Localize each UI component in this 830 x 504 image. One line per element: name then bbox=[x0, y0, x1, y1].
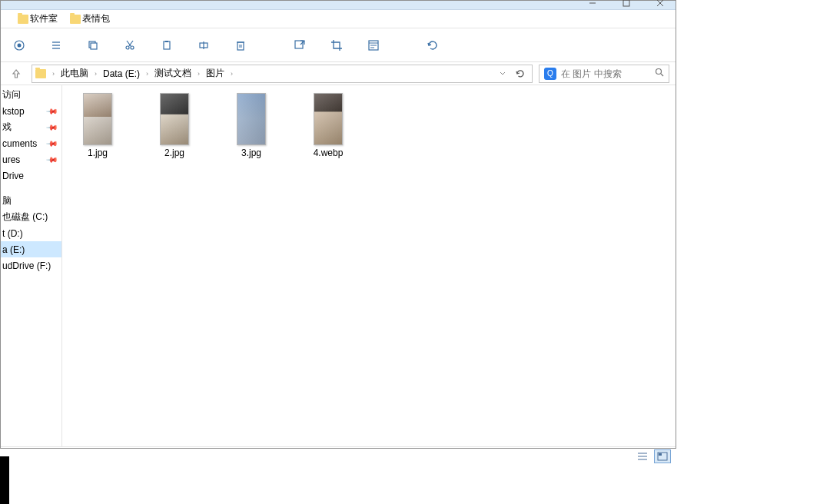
file-explorer-window: 软件室 表情包 bbox=[0, 0, 676, 449]
sidebar-item[interactable]: t (D:) bbox=[1, 225, 61, 241]
chevron-right-icon[interactable]: › bbox=[229, 70, 234, 78]
svg-rect-15 bbox=[164, 41, 170, 49]
pin-icon: 📌 bbox=[46, 104, 58, 117]
sidebar-item[interactable]: 也磁盘 (C:) bbox=[1, 209, 61, 225]
file-name: 1.jpg bbox=[88, 148, 108, 158]
sidebar-item-label: ures bbox=[2, 154, 20, 165]
sidebar-item[interactable]: 脑 bbox=[1, 193, 61, 209]
sidebar-item-label: cuments bbox=[2, 138, 37, 149]
view-details-button[interactable] bbox=[634, 449, 651, 463]
crop-icon[interactable] bbox=[329, 38, 344, 53]
svg-rect-23 bbox=[295, 41, 303, 48]
view-thumbnails-button[interactable] bbox=[654, 449, 671, 463]
sidebar-item-label: 访问 bbox=[2, 88, 21, 101]
folder-icon bbox=[70, 15, 81, 24]
svg-point-12 bbox=[131, 46, 134, 49]
new-window-icon[interactable] bbox=[292, 38, 307, 53]
address-right bbox=[500, 65, 529, 82]
svg-rect-1 bbox=[623, 0, 629, 6]
svg-point-11 bbox=[126, 46, 129, 49]
explorer-body: 访问 kstop📌 戏📌 cuments📌 ures📌 Drive 脑 也磁盘 … bbox=[1, 85, 676, 446]
bookmark-item[interactable]: 表情包 bbox=[70, 12, 110, 25]
file-thumbnail bbox=[83, 93, 112, 145]
file-grid[interactable]: 1.jpg 2.jpg 3.jpg 4.webp bbox=[62, 85, 676, 446]
svg-rect-19 bbox=[237, 42, 244, 50]
file-name: 4.webp bbox=[314, 148, 344, 158]
file-item[interactable]: 3.jpg bbox=[224, 93, 279, 158]
file-thumbnail bbox=[314, 93, 343, 145]
sidebar-item[interactable]: a (E:) bbox=[1, 241, 61, 257]
delete-icon[interactable] bbox=[233, 38, 248, 53]
breadcrumb-item[interactable]: 此电脑 bbox=[58, 67, 91, 80]
breadcrumb-item[interactable]: Data (E:) bbox=[100, 68, 143, 79]
chevron-down-icon[interactable] bbox=[500, 68, 506, 79]
title-bar[interactable] bbox=[1, 1, 676, 10]
rename-icon[interactable] bbox=[196, 38, 211, 53]
svg-line-30 bbox=[661, 74, 663, 76]
bookmark-item[interactable]: 软件室 bbox=[18, 12, 58, 25]
file-name: 2.jpg bbox=[164, 148, 184, 158]
sidebar-item-label: 戏 bbox=[2, 121, 12, 134]
sidebar-item[interactable]: Drive bbox=[1, 167, 61, 184]
paste-icon[interactable] bbox=[159, 38, 174, 53]
sidebar-section-drives: 脑 也磁盘 (C:) t (D:) a (E:) udDrive (F:) bbox=[1, 191, 61, 275]
file-item[interactable]: 2.jpg bbox=[147, 93, 202, 158]
file-name: 3.jpg bbox=[241, 148, 261, 158]
address-bar[interactable]: › 此电脑 › Data (E:) › 测试文档 › 图片 › bbox=[32, 65, 533, 83]
file-thumbnail bbox=[160, 93, 189, 145]
sidebar-section-quick: 访问 kstop📌 戏📌 cuments📌 ures📌 Drive bbox=[1, 85, 61, 185]
record-icon[interactable] bbox=[12, 38, 27, 53]
sidebar-item-label: a (E:) bbox=[2, 244, 25, 255]
bookmark-bar: 软件室 表情包 bbox=[1, 10, 676, 28]
breadcrumb-item[interactable]: 测试文档 bbox=[151, 67, 194, 80]
up-button[interactable] bbox=[7, 68, 25, 79]
sidebar-item-label: t (D:) bbox=[2, 228, 23, 239]
sidebar-item[interactable]: cuments📌 bbox=[1, 135, 61, 151]
folder-icon bbox=[18, 15, 28, 24]
maximize-button[interactable] bbox=[614, 0, 639, 7]
sidebar-item-label: 也磁盘 (C:) bbox=[2, 211, 48, 224]
address-row: › 此电脑 › Data (E:) › 测试文档 › 图片 › Q bbox=[1, 62, 676, 85]
chevron-right-icon[interactable]: › bbox=[51, 70, 56, 78]
minimize-button[interactable] bbox=[580, 0, 605, 7]
chevron-right-icon[interactable]: › bbox=[196, 70, 201, 78]
list-icon[interactable] bbox=[48, 38, 64, 53]
search-input[interactable] bbox=[561, 68, 650, 79]
chevron-right-icon[interactable]: › bbox=[144, 70, 150, 78]
sidebar-item[interactable]: 戏📌 bbox=[1, 119, 61, 135]
address-refresh-button[interactable] bbox=[512, 65, 529, 82]
toolbar bbox=[1, 28, 676, 62]
svg-point-5 bbox=[18, 43, 22, 47]
search-box[interactable]: Q bbox=[539, 65, 669, 83]
file-thumbnail bbox=[237, 93, 266, 145]
sidebar[interactable]: 访问 kstop📌 戏📌 cuments📌 ures📌 Drive 脑 也磁盘 … bbox=[1, 85, 62, 446]
cut-icon[interactable] bbox=[122, 38, 138, 53]
toolbar-separator bbox=[403, 37, 403, 54]
pin-icon: 📌 bbox=[46, 153, 58, 165]
file-item[interactable]: 4.webp bbox=[300, 93, 356, 158]
status-bar bbox=[1, 446, 676, 465]
pin-icon: 📌 bbox=[46, 137, 58, 149]
sidebar-item-label: udDrive (F:) bbox=[2, 260, 51, 271]
close-button[interactable] bbox=[648, 0, 672, 7]
refresh-icon[interactable] bbox=[425, 38, 440, 53]
bookmark-label: 表情包 bbox=[82, 12, 110, 25]
sidebar-item[interactable]: kstop📌 bbox=[1, 103, 61, 119]
sidebar-item[interactable]: ures📌 bbox=[1, 151, 61, 167]
breadcrumb-item[interactable]: 图片 bbox=[203, 67, 227, 80]
svg-rect-16 bbox=[165, 41, 168, 42]
sidebar-item[interactable]: udDrive (F:) bbox=[1, 257, 61, 274]
properties-icon[interactable] bbox=[366, 38, 381, 53]
chevron-right-icon[interactable]: › bbox=[93, 70, 98, 78]
bookmark-label: 软件室 bbox=[30, 12, 58, 25]
svg-rect-35 bbox=[659, 453, 662, 456]
search-icon[interactable] bbox=[655, 68, 664, 79]
sidebar-item[interactable]: 访问 bbox=[1, 87, 61, 103]
sidebar-item-label: 脑 bbox=[2, 194, 12, 207]
svg-point-29 bbox=[656, 69, 662, 75]
copy-icon[interactable] bbox=[85, 38, 101, 53]
svg-rect-10 bbox=[91, 43, 97, 49]
file-item[interactable]: 1.jpg bbox=[70, 93, 125, 158]
pin-icon: 📌 bbox=[46, 121, 58, 133]
search-app-icon: Q bbox=[544, 68, 556, 80]
